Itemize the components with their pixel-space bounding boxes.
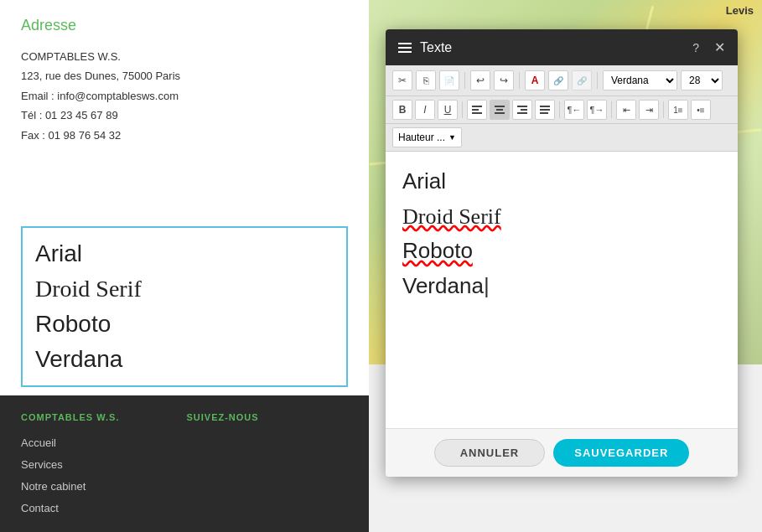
footer-link-cabinet[interactable]: Notre cabinet [21, 476, 119, 498]
bold-button[interactable]: B [392, 100, 412, 120]
dialog-overlay: Texte ? ✕ ✂ ⎘ 📄 ↩ ↪ A 🔗 🔗 Verdana Arial … [377, 0, 746, 532]
italic-button[interactable]: I [415, 100, 435, 120]
dialog-footer: ANNULER SAUVEGARDER [386, 428, 738, 477]
footer-col-social: SUIVEZ-NOUS [186, 412, 258, 519]
cut-button[interactable]: ✂ [392, 70, 412, 90]
svg-rect-7 [521, 109, 527, 111]
svg-rect-5 [495, 112, 505, 114]
underline-button[interactable]: U [438, 100, 458, 120]
font-preview-arial: Arial [35, 236, 334, 271]
svg-rect-4 [496, 109, 503, 111]
svg-rect-11 [540, 112, 548, 114]
svg-rect-9 [540, 106, 550, 107]
rtl-button[interactable]: ¶← [564, 100, 584, 120]
editor-line-verdana: Verdana [402, 269, 721, 304]
align-left-button[interactable] [467, 100, 487, 120]
svg-rect-1 [472, 109, 479, 111]
undo-button[interactable]: ↩ [470, 70, 490, 90]
unlink-button[interactable]: 🔗 [572, 70, 592, 90]
dialog-toolbar-row1: ✂ ⎘ 📄 ↩ ↪ A 🔗 🔗 Verdana Arial Droid Seri… [386, 65, 738, 96]
align-justify-button[interactable] [535, 100, 555, 120]
toolbar-sep-3 [597, 72, 598, 89]
footer-col-company: COMPTABLES W.S. Accueil Services Notre c… [21, 412, 119, 519]
address-line-1: COMPTABLES W.S. [21, 47, 348, 66]
dialog-header: Texte ? ✕ [386, 29, 738, 65]
dialog-close-button[interactable]: ✕ [714, 39, 725, 55]
dialog-toolbar-row2: B I U ¶← ¶→ ⇤ ⇥ 1≡ •≡ [386, 96, 738, 124]
address-title: Adresse [21, 17, 348, 34]
link-button[interactable]: 🔗 [548, 70, 568, 90]
toolbar-sep-4 [462, 101, 463, 118]
font-size-select[interactable]: 28 12 14 16 18 24 36 [681, 70, 723, 90]
dialog-help-button[interactable]: ? [692, 41, 699, 54]
footer-col-company-title: COMPTABLES W.S. [21, 412, 119, 422]
indent-increase-button[interactable]: ⇥ [639, 100, 659, 120]
font-preview-box: Arial Droid Serif Roboto Verdana [21, 226, 348, 387]
indent-decrease-button[interactable]: ⇤ [616, 100, 636, 120]
toolbar-sep-1 [464, 72, 465, 89]
svg-rect-0 [472, 106, 482, 107]
font-preview-verdana: Verdana [35, 342, 334, 377]
redo-button[interactable]: ↪ [494, 70, 514, 90]
height-chevron-icon: ▼ [448, 133, 456, 142]
footer-link-services[interactable]: Services [21, 454, 119, 476]
font-preview-droid-serif: Droid Serif [35, 271, 334, 307]
footer-link-contact[interactable]: Contact [21, 498, 119, 519]
svg-rect-6 [517, 106, 527, 107]
cancel-button[interactable]: ANNULER [434, 439, 546, 467]
ordered-list-button[interactable]: 1≡ [668, 100, 688, 120]
save-button[interactable]: SAUVEGARDER [553, 439, 689, 467]
font-color-button[interactable]: A [525, 70, 545, 90]
website-panel: Adresse COMPTABLES W.S. 123, rue des Dun… [0, 0, 369, 532]
footer-link-accueil[interactable]: Accueil [21, 432, 119, 454]
dialog-editor-body[interactable]: Arial Droid Serif Roboto Verdana [386, 152, 738, 428]
editor-line-arial: Arial [402, 164, 721, 199]
address-section: Adresse COMPTABLES W.S. 123, rue des Dun… [0, 0, 369, 218]
toolbar-sep-5 [559, 101, 560, 118]
height-label: Hauteur ... [398, 132, 445, 143]
address-line-4: Tél : 01 23 45 67 89 [21, 106, 348, 125]
address-line-5: Fax : 01 98 76 54 32 [21, 126, 348, 145]
svg-rect-3 [495, 106, 505, 107]
editor-line-roboto: Roboto [402, 234, 721, 269]
footer: COMPTABLES W.S. Accueil Services Notre c… [0, 395, 369, 532]
dialog-title: Texte [420, 40, 684, 55]
svg-rect-2 [472, 112, 482, 114]
font-preview-roboto: Roboto [35, 307, 334, 342]
address-line-2: 123, rue des Dunes, 75000 Paris [21, 66, 348, 85]
ltr-button[interactable]: ¶→ [587, 100, 607, 120]
svg-rect-10 [540, 109, 550, 111]
toolbar-sep-6 [611, 101, 612, 118]
address-line-3: Email : info@comptablesws.com [21, 86, 348, 106]
hamburger-icon[interactable] [398, 43, 412, 53]
svg-rect-8 [517, 112, 527, 114]
footer-col-social-title: SUIVEZ-NOUS [186, 412, 258, 422]
text-editor-dialog: Texte ? ✕ ✂ ⎘ 📄 ↩ ↪ A 🔗 🔗 Verdana Arial … [386, 29, 738, 477]
align-right-button[interactable] [512, 100, 532, 120]
toolbar-sep-2 [519, 72, 520, 89]
unordered-list-button[interactable]: •≡ [691, 100, 711, 120]
paste-button[interactable]: 📄 [439, 70, 459, 90]
editor-line-droid-serif: Droid Serif [402, 199, 721, 235]
copy-button[interactable]: ⎘ [416, 70, 436, 90]
height-dropdown[interactable]: Hauteur ... ▼ [392, 127, 462, 147]
address-text: COMPTABLES W.S. 123, rue des Dunes, 7500… [21, 47, 348, 145]
footer-columns: COMPTABLES W.S. Accueil Services Notre c… [21, 412, 348, 519]
font-family-select[interactable]: Verdana Arial Droid Serif Roboto [603, 70, 677, 90]
align-center-button[interactable] [490, 100, 510, 120]
toolbar-sep-7 [663, 101, 664, 118]
dialog-toolbar-row3: Hauteur ... ▼ [386, 124, 738, 152]
